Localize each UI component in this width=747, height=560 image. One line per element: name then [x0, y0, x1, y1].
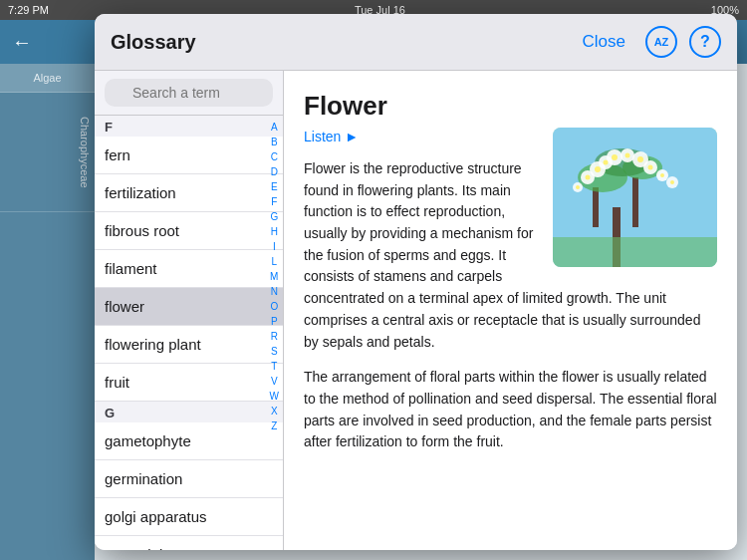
sidebar-tab-algae[interactable]: Algae [0, 64, 95, 93]
alpha-P[interactable]: P [269, 315, 280, 329]
alpha-O[interactable]: O [268, 300, 280, 314]
section-header-f: F [95, 116, 283, 137]
term-germination[interactable]: germination [95, 460, 283, 498]
header-controls: Close AZ ? [575, 26, 721, 58]
svg-point-20 [648, 165, 653, 170]
alpha-F[interactable]: F [269, 195, 279, 209]
term-list-panel: 🔍 F fern fertilization fibrous root fila… [95, 71, 284, 550]
alpha-Z[interactable]: Z [269, 420, 279, 433]
alpha-A[interactable]: A [269, 121, 280, 135]
content-panel: Flower Listen ► [284, 71, 737, 550]
term-fibrous-root[interactable]: fibrous root [95, 212, 283, 250]
term-fern[interactable]: fern [95, 137, 283, 174]
section-header-g: G [95, 402, 283, 422]
content-inner: Flower Listen ► [284, 71, 737, 473]
term-flower[interactable]: flower [95, 288, 283, 326]
svg-point-16 [604, 160, 609, 165]
alpha-N[interactable]: N [269, 285, 280, 299]
svg-point-19 [637, 156, 643, 162]
alpha-I[interactable]: I [271, 240, 278, 254]
term-ground-tissue[interactable]: ground tissue [95, 536, 283, 550]
alpha-S[interactable]: S [269, 345, 280, 359]
close-button[interactable]: Close [575, 28, 633, 56]
alpha-X[interactable]: X [269, 405, 280, 419]
search-wrapper: 🔍 [105, 79, 273, 107]
help-button[interactable]: ? [689, 26, 721, 58]
alpha-T[interactable]: T [269, 360, 279, 374]
term-fruit[interactable]: fruit [95, 364, 283, 402]
app-sidebar: Algae Charophyceae [0, 64, 95, 560]
svg-rect-3 [632, 177, 638, 227]
az-button[interactable]: AZ [645, 26, 677, 58]
sidebar-tab-charophyceae[interactable]: Charophyceae [0, 93, 95, 212]
glossary-panel: Glossary Close AZ ? 🔍 F fern fertilizati… [95, 14, 737, 550]
search-bar: 🔍 [95, 71, 283, 116]
alpha-W[interactable]: W [268, 390, 281, 404]
entry-paragraph-2: The arrangement of floral parts within t… [304, 367, 717, 453]
back-button[interactable]: ← [12, 31, 32, 54]
term-fertilization[interactable]: fertilization [95, 174, 283, 212]
alpha-H[interactable]: H [269, 225, 280, 239]
term-golgi-apparatus[interactable]: golgi apparatus [95, 498, 283, 536]
alpha-G[interactable]: G [268, 210, 280, 224]
svg-point-22 [660, 173, 664, 177]
svg-rect-27 [553, 237, 717, 267]
glossary-body: 🔍 F fern fertilization fibrous root fila… [95, 71, 737, 550]
term-flowering-plant[interactable]: flowering plant [95, 326, 283, 364]
alpha-L[interactable]: L [269, 255, 279, 269]
svg-point-18 [625, 153, 630, 158]
svg-point-26 [576, 185, 580, 189]
term-list: F fern fertilization fibrous root filame… [95, 116, 283, 550]
alpha-D[interactable]: D [269, 165, 280, 179]
term-filament[interactable]: filament [95, 250, 283, 288]
glossary-header: Glossary Close AZ ? [95, 14, 737, 71]
alpha-E[interactable]: E [269, 180, 280, 194]
alpha-V[interactable]: V [269, 375, 280, 389]
entry-image [553, 128, 717, 267]
entry-title: Flower [304, 91, 717, 122]
svg-rect-2 [593, 187, 599, 227]
listen-link[interactable]: Listen ► [304, 129, 359, 144]
alphabet-index: A B C D E F G H I L M N O P R S T V W X [268, 121, 281, 433]
search-input[interactable] [105, 79, 273, 107]
alpha-C[interactable]: C [269, 150, 280, 164]
svg-point-15 [595, 166, 601, 172]
glossary-title: Glossary [111, 31, 196, 54]
term-gametophyte[interactable]: gametophyte [95, 422, 283, 460]
alpha-B[interactable]: B [269, 136, 280, 149]
svg-point-21 [586, 175, 591, 180]
status-time: 7:29 PM [8, 4, 49, 16]
svg-point-24 [670, 180, 674, 184]
alpha-R[interactable]: R [269, 330, 280, 344]
alpha-M[interactable]: M [268, 270, 280, 284]
svg-point-17 [612, 154, 618, 160]
